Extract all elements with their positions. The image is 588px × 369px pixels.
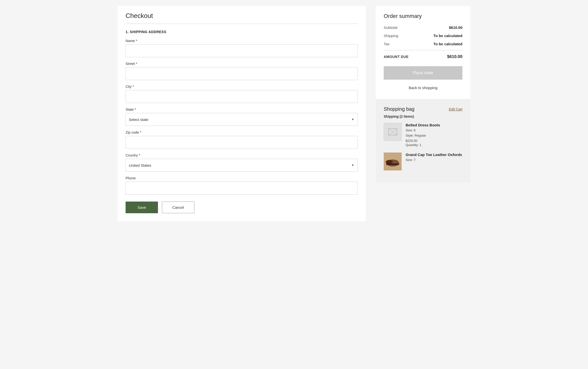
country-select-wrapper: United States Canada United Kingdom Aust… (126, 159, 358, 172)
tax-row: Tax To be calculated (384, 42, 462, 46)
edit-cart-button[interactable]: Edit Cart (449, 107, 462, 111)
summary-divider (384, 50, 462, 50)
phone-field-group: Phone (126, 176, 358, 195)
city-label: City * (126, 85, 358, 89)
cart-item-2-details: Grand Cap Toe Leather Oxfords Size: 7 (406, 153, 462, 170)
order-summary-title: Order summary (384, 13, 462, 19)
country-select[interactable]: United States Canada United Kingdom Aust… (126, 159, 358, 172)
back-to-shopping-button[interactable]: Back to shopping (384, 84, 462, 92)
phone-label: Phone (126, 176, 358, 180)
svg-rect-6 (386, 163, 399, 165)
section-title-shipping: 1. SHIPPING ADDRESS (126, 30, 358, 34)
cart-item-1-image (384, 123, 402, 141)
country-label: Country * (126, 153, 358, 157)
shipping-label: Shipping (384, 34, 398, 38)
shipping-items-label: Shipping (2 items) (384, 114, 462, 118)
cart-item-2-size: Size: 7 (406, 158, 462, 163)
city-input[interactable] (126, 90, 358, 103)
cart-item-1-details: Belted Dress Boots Size: 6 Style: Regula… (406, 123, 462, 148)
state-label: State * (126, 107, 358, 111)
country-field-group: Country * United States Canada United Ki… (126, 153, 358, 172)
place-order-button[interactable]: Place order (384, 66, 462, 80)
street-label: Street * (126, 62, 358, 66)
cart-item-1-name: Belted Dress Boots (406, 123, 462, 127)
sidebar: Order summary Subtotal $610.00 Shipping … (376, 6, 470, 221)
form-button-row: Save Cancel (126, 202, 358, 213)
cart-item-1-price: $220.00 (406, 139, 462, 143)
order-summary-box: Order summary Subtotal $610.00 Shipping … (376, 6, 470, 99)
street-input[interactable] (126, 67, 358, 80)
subtotal-label: Subtotal (384, 25, 397, 30)
list-item: Grand Cap Toe Leather Oxfords Size: 7 (384, 153, 462, 170)
shopping-bag-box: Shopping bag Edit Cart Shipping (2 items… (376, 99, 470, 182)
cart-item-1-size: Size: 6 (406, 128, 462, 133)
name-label: Name * (126, 39, 358, 43)
amount-due-row: AMOUNT DUE $610.00 (384, 54, 462, 59)
shopping-bag-header: Shopping bag Edit Cart (384, 106, 462, 112)
cancel-button[interactable]: Cancel (162, 202, 194, 213)
cart-item-2-name: Grand Cap Toe Leather Oxfords (406, 153, 462, 157)
page-title: Checkout (126, 12, 358, 20)
header-divider (126, 24, 358, 24)
svg-point-5 (386, 160, 393, 164)
state-field-group: State * Select state Alabama Alaska Ariz… (126, 107, 358, 126)
shopping-bag-title: Shopping bag (384, 106, 414, 112)
save-button[interactable]: Save (126, 202, 158, 213)
image-placeholder-icon (384, 123, 401, 141)
cart-item-1-style: Style: Regular (406, 133, 462, 138)
subtotal-row: Subtotal $610.00 (384, 25, 462, 30)
street-field-group: Street * (126, 62, 358, 80)
cart-item-2-image (384, 153, 402, 170)
city-field-group: City * (126, 85, 358, 103)
zip-field-group: Zip code * (126, 130, 358, 149)
tax-label: Tax (384, 42, 389, 46)
list-item: Belted Dress Boots Size: 6 Style: Regula… (384, 123, 462, 148)
amount-due-label: AMOUNT DUE (384, 55, 409, 59)
state-select[interactable]: Select state Alabama Alaska Arizona Cali… (126, 113, 358, 126)
amount-due-value: $610.00 (447, 54, 462, 59)
shipping-value: To be calculated (434, 34, 462, 38)
cart-item-1-quantity: Quantity: 1 (406, 143, 462, 148)
subtotal-value: $610.00 (449, 25, 462, 30)
name-input[interactable] (126, 44, 358, 57)
tax-value: To be calculated (434, 42, 462, 46)
zip-label: Zip code * (126, 130, 358, 134)
zip-input[interactable] (126, 136, 358, 149)
state-select-wrapper: Select state Alabama Alaska Arizona Cali… (126, 113, 358, 126)
shipping-row: Shipping To be calculated (384, 34, 462, 38)
phone-input[interactable] (126, 182, 358, 195)
name-field-group: Name * (126, 39, 358, 57)
